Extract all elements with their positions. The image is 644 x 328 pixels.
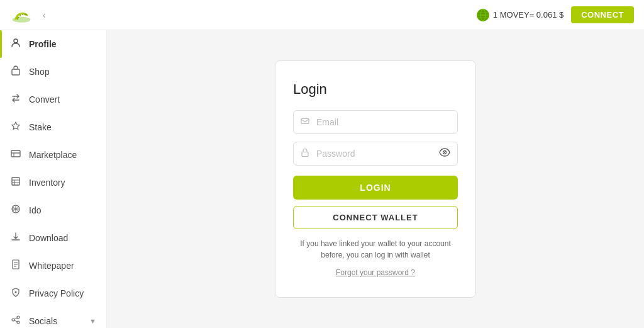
sidebar-collapse-button[interactable]: ‹	[40, 8, 48, 23]
sidebar-item-ido[interactable]: Ido	[0, 196, 106, 224]
login-card: Login	[275, 60, 476, 298]
password-group	[293, 142, 458, 166]
convert-icon	[10, 93, 21, 106]
whitepaper-icon	[10, 259, 21, 272]
privacy-icon	[10, 287, 21, 300]
connect-button[interactable]: CONNECT	[571, 6, 634, 23]
sidebar-item-socials[interactable]: Socials ▼	[0, 307, 106, 328]
sidebar-item-ido-label: Ido	[29, 205, 96, 215]
logo-icon	[10, 4, 33, 26]
svg-rect-35	[302, 152, 308, 157]
shop-icon	[10, 65, 21, 78]
email-group	[293, 110, 458, 134]
svg-point-1	[18, 15, 20, 17]
svg-point-9	[14, 39, 18, 43]
header-left: ‹	[10, 4, 48, 26]
ido-icon	[10, 204, 21, 217]
socials-icon	[10, 315, 21, 327]
svg-line-32	[14, 318, 17, 319]
email-icon	[301, 117, 309, 128]
sidebar-item-inventory-label: Inventory	[29, 178, 96, 188]
wallet-note: If you have linked your wallet to your a…	[293, 238, 458, 261]
forgot-password-link[interactable]: Forgot your password ?	[293, 268, 458, 277]
sidebar-item-profile-label: Profile	[29, 39, 96, 49]
sidebar-item-stake[interactable]: Stake	[0, 113, 106, 141]
header: ‹ 1 MOVEY= 0.061 $ CONNECT	[0, 0, 644, 30]
price-info: 1 MOVEY= 0.061 $	[477, 9, 564, 21]
sidebar-item-privacy-policy[interactable]: Privacy Policy	[0, 280, 106, 307]
svg-rect-15	[12, 178, 19, 185]
socials-expand-icon: ▼	[89, 317, 96, 325]
sidebar-item-socials-label: Socials	[29, 316, 82, 326]
sidebar-item-download[interactable]: Download	[0, 224, 106, 252]
toggle-password-icon[interactable]	[439, 148, 450, 159]
sidebar-item-shop[interactable]: Shop	[0, 58, 106, 86]
svg-point-29	[12, 319, 14, 321]
sidebar-item-marketplace-label: Marketplace	[29, 150, 96, 160]
sidebar-item-whitepaper[interactable]: Whitepaper	[0, 252, 106, 280]
price-label: 1 MOVEY= 0.061 $	[493, 10, 564, 20]
connect-wallet-button[interactable]: CONNECT WALLET	[293, 206, 458, 229]
svg-rect-12	[11, 150, 20, 157]
svg-rect-34	[301, 119, 309, 124]
svg-line-33	[14, 320, 17, 322]
password-input[interactable]	[293, 142, 458, 166]
marketplace-icon	[10, 149, 21, 161]
svg-marker-11	[12, 122, 19, 130]
sidebar-item-marketplace[interactable]: Marketplace	[0, 141, 106, 169]
main-layout: Profile Shop Convert	[0, 30, 644, 328]
svg-point-3	[23, 14, 25, 16]
svg-point-37	[444, 152, 445, 153]
download-icon	[10, 232, 21, 244]
login-button[interactable]: LOGIN	[293, 176, 458, 200]
sidebar-item-shop-label: Shop	[29, 67, 96, 77]
movey-icon	[477, 9, 489, 21]
svg-point-31	[17, 321, 19, 324]
stake-icon	[10, 121, 21, 133]
profile-icon	[10, 38, 21, 50]
login-title: Login	[293, 81, 458, 98]
main-content: Login	[107, 30, 644, 328]
inventory-icon	[10, 176, 21, 189]
svg-rect-10	[12, 69, 19, 75]
sidebar-item-stake-label: Stake	[29, 122, 96, 132]
header-right: 1 MOVEY= 0.061 $ CONNECT	[477, 6, 634, 23]
svg-point-30	[17, 316, 19, 319]
lock-icon	[301, 149, 309, 159]
sidebar: Profile Shop Convert	[0, 30, 107, 328]
svg-point-28	[15, 291, 17, 293]
sidebar-item-convert[interactable]: Convert	[0, 86, 106, 113]
sidebar-item-convert-label: Convert	[29, 94, 96, 105]
sidebar-item-inventory[interactable]: Inventory	[0, 169, 106, 196]
svg-point-2	[21, 14, 23, 16]
sidebar-item-privacy-policy-label: Privacy Policy	[29, 288, 96, 298]
sidebar-item-download-label: Download	[29, 233, 96, 243]
sidebar-item-profile[interactable]: Profile	[0, 30, 106, 58]
sidebar-item-whitepaper-label: Whitepaper	[29, 261, 96, 271]
email-input[interactable]	[293, 110, 458, 134]
